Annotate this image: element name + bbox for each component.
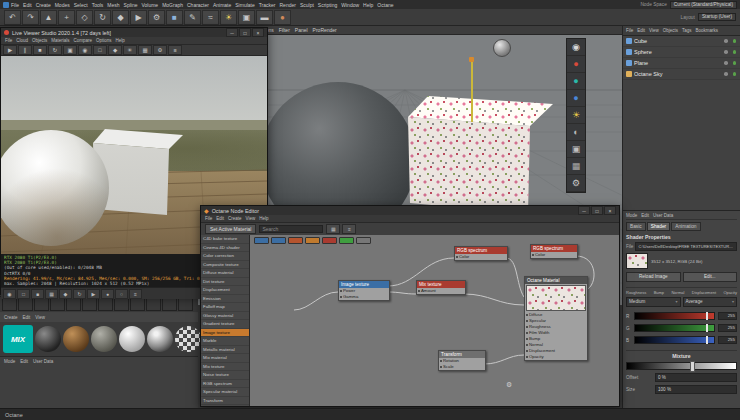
attribute-menu-item[interactable]: Mode <box>626 213 637 218</box>
node-type-item[interactable]: Dirt texture <box>201 278 249 287</box>
checker-icon[interactable]: ▦ <box>138 45 152 55</box>
camera-lock-icon[interactable]: ▣ <box>63 45 77 55</box>
node-type-item[interactable]: RGB spectrum <box>201 380 249 389</box>
node-editor-menu-item[interactable]: Create <box>228 216 242 221</box>
hdri-environment-icon[interactable]: ◐ <box>567 124 585 141</box>
node-title[interactable]: Octane Material <box>525 277 587 284</box>
transform-node[interactable]: Transform RotationScale <box>438 350 486 371</box>
tex-red[interactable] <box>162 298 177 311</box>
menubar-item[interactable]: Simulate <box>235 2 254 8</box>
undo-icon[interactable]: ↶ <box>4 10 21 25</box>
node-type-item[interactable]: Marble <box>201 337 249 346</box>
live-viewer-menu-item[interactable]: Cloud <box>16 38 28 43</box>
add-cube-icon[interactable]: ■ <box>166 10 183 25</box>
mixture-slider[interactable] <box>626 362 737 370</box>
node-title[interactable]: Image texture <box>339 281 389 288</box>
lv-pick-icon[interactable]: ◉ <box>3 289 16 299</box>
edit-image-button[interactable]: Edit... <box>683 272 738 282</box>
node-type-item[interactable]: Image texture <box>201 329 249 338</box>
menubar-item[interactable]: Animate <box>213 2 231 8</box>
node-param-row[interactable]: Color <box>531 252 577 258</box>
menubar-item[interactable]: File <box>11 2 19 8</box>
node-editor-titlebar[interactable]: ◆ Octane Node Editor ─□× <box>201 206 619 215</box>
chip-values[interactable] <box>322 237 337 244</box>
lv-refresh-icon[interactable]: ↻ <box>73 289 86 299</box>
tex-checker[interactable] <box>2 298 17 311</box>
rgb-slider[interactable] <box>634 324 715 332</box>
node-title[interactable]: RGB spectrum <box>531 245 577 252</box>
daylight-icon[interactable]: ☀ <box>567 107 585 124</box>
chip-textures[interactable] <box>271 237 286 244</box>
rgb-spectrum-node[interactable]: RGB spectrum Color <box>454 246 508 261</box>
render-settings-icon[interactable]: ⚙ <box>148 10 165 25</box>
lv-checker-icon[interactable]: ▦ <box>45 289 58 299</box>
node-type-item[interactable]: Noise texture <box>201 371 249 380</box>
menubar-item[interactable]: Sculpt <box>300 2 314 8</box>
material-menu-item[interactable]: Edit <box>23 315 31 320</box>
material-menu-item[interactable]: View <box>35 315 45 320</box>
maximize-button[interactable]: □ <box>591 206 603 215</box>
attribute-menu-item[interactable]: Edit <box>641 213 649 218</box>
node-param-row[interactable]: Gamma <box>339 294 389 300</box>
attribute-tab[interactable]: Animation <box>671 222 700 231</box>
live-viewer-menu-item[interactable]: Objects <box>32 38 47 43</box>
bottom-attr-menu-item[interactable]: Mode <box>4 359 15 364</box>
node-type-item[interactable]: Falloff map <box>201 303 249 312</box>
pen-tool-icon[interactable]: ✎ <box>184 10 201 25</box>
focus-pick-icon[interactable]: ◉ <box>78 45 92 55</box>
node-graph-canvas[interactable]: Image texture PowerGamma RGB spectrum Co… <box>250 235 619 406</box>
tex-green[interactable] <box>82 298 97 311</box>
mixture-slider-handle[interactable] <box>690 361 695 372</box>
render-view-icon[interactable]: ▶ <box>130 10 147 25</box>
viewport-menu-item[interactable]: Panel <box>295 27 308 33</box>
move-tool-icon[interactable]: + <box>58 10 75 25</box>
gear-icon[interactable]: ⚙ <box>506 381 512 389</box>
texture-thumbnail[interactable] <box>626 253 648 269</box>
floor-tool-icon[interactable]: ▬ <box>256 10 273 25</box>
live-viewer-menu-item[interactable]: File <box>5 38 12 43</box>
node-param-row[interactable]: Color <box>455 254 507 260</box>
tex-white[interactable] <box>178 298 193 311</box>
attribute-tab[interactable]: Basic <box>626 222 646 231</box>
node-type-item[interactable]: Metallic material <box>201 346 249 355</box>
material-mix[interactable]: MIX <box>3 325 33 353</box>
redo-icon[interactable]: ↷ <box>22 10 39 25</box>
node-type-item[interactable]: Transform <box>201 397 249 406</box>
object-visibility-dots[interactable] <box>723 38 737 44</box>
objects-menu-item[interactable]: Objects <box>663 28 678 33</box>
image-texture-node[interactable]: Image texture PowerGamma <box>338 280 390 301</box>
live-viewer-titlebar[interactable]: Live Viewer Studio 2020.1.4 [72 days lef… <box>1 28 267 37</box>
object-row[interactable]: Plane <box>623 58 740 69</box>
viewport-menu-item[interactable]: Filter <box>279 27 290 33</box>
menubar-item[interactable]: Modes <box>55 2 70 8</box>
node-param-row[interactable]: Scale <box>439 364 485 370</box>
menubar-item[interactable]: Scripting <box>318 2 337 8</box>
node-space-select[interactable]: Current (Standard/Physical) <box>670 1 737 9</box>
live-viewer-menu-item[interactable]: Help <box>116 38 125 43</box>
tex-noise[interactable] <box>34 298 49 311</box>
material-tool-icon[interactable]: ● <box>274 10 291 25</box>
node-editor-menu-item[interactable]: File <box>205 216 212 221</box>
tex-gray-gradient[interactable] <box>146 298 161 311</box>
camera-tool-icon[interactable]: ▣ <box>238 10 255 25</box>
default-light-ball[interactable] <box>493 39 511 57</box>
attribute-menu-item[interactable]: User Data <box>653 213 673 218</box>
light-tool-icon[interactable]: ☀ <box>220 10 237 25</box>
menubar-item[interactable]: Tools <box>92 2 104 8</box>
tex-wood[interactable] <box>114 298 129 311</box>
tex-blue-gradient[interactable] <box>66 298 81 311</box>
node-param-row[interactable]: Opacity <box>525 354 587 360</box>
menubar-item[interactable]: Help <box>363 2 373 8</box>
node-editor-menu-item[interactable]: View <box>246 216 256 221</box>
material-white[interactable] <box>119 326 145 352</box>
node-editor-menu-item[interactable]: Edit <box>216 216 224 221</box>
object-row[interactable]: Octane Sky <box>623 69 740 80</box>
menubar-item[interactable]: Mesh <box>107 2 119 8</box>
spline-tool-icon[interactable]: ≈ <box>202 10 219 25</box>
rgb-slider[interactable] <box>634 312 715 320</box>
chip-materials[interactable] <box>254 237 269 244</box>
refresh-render-icon[interactable]: ↻ <box>48 45 62 55</box>
minimize-button[interactable]: ─ <box>226 28 238 37</box>
rgb-value-field[interactable]: 255 <box>718 324 737 332</box>
node-type-item[interactable]: C4D bake texture <box>201 235 249 244</box>
